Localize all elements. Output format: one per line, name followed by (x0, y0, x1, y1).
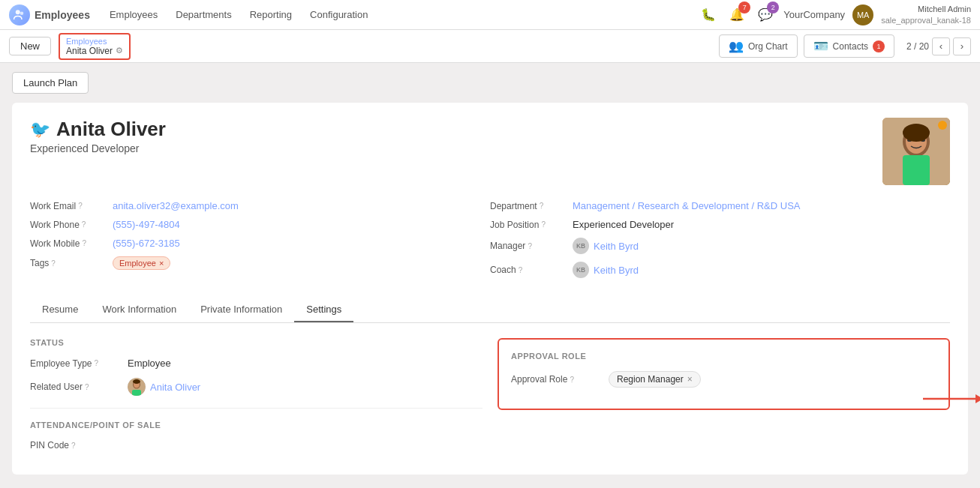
employee-name: 🐦 Anita Oliver (30, 118, 882, 141)
approval-role-value: Region Manager × (609, 371, 701, 388)
work-mobile-help[interactable]: ? (82, 239, 86, 247)
chat-btn[interactable]: 💬 2 (755, 4, 776, 25)
pin-code-field: PIN Code ? (30, 440, 482, 451)
job-position-value[interactable]: Experienced Developer (573, 219, 674, 230)
approval-role-field: Approval Role ? Region Manager × (511, 371, 936, 388)
related-user-help[interactable]: ? (85, 383, 89, 391)
employee-photo[interactable] (882, 118, 950, 185)
fields-grid: Work Email ? anita.oliver32@example.com … (30, 200, 950, 286)
related-user-svg (128, 378, 146, 396)
coach-label: Coach ? (490, 265, 573, 275)
chat-badge: 2 (767, 1, 779, 13)
breadcrumb-parent[interactable]: Employees (66, 37, 123, 46)
employee-name-area: 🐦 Anita Oliver Experienced Developer (30, 118, 882, 154)
manager-label: Manager ? (490, 241, 573, 251)
work-mobile-value[interactable]: (555)-672-3185 (113, 238, 180, 249)
contacts-badge: 1 (873, 40, 885, 52)
left-fields: Work Email ? anita.oliver32@example.com … (30, 200, 490, 286)
content-area: Launch Plan 🐦 Anita Oliver Experienced D… (0, 63, 980, 488)
divider (30, 408, 482, 409)
approval-box: APPROVAL ROLE Approval Role ? Region Man… (498, 338, 950, 410)
tags-row: Tags ? Employee × (30, 256, 490, 270)
nav-departments[interactable]: Departments (168, 4, 239, 25)
approval-tag-remove[interactable]: × (687, 374, 693, 385)
org-chart-icon: 👥 (729, 39, 744, 53)
work-phone-help[interactable]: ? (82, 220, 86, 229)
employee-name-text: Anita Oliver (56, 118, 166, 141)
notification-btn[interactable]: 🔔 7 (726, 4, 747, 25)
work-email-value[interactable]: anita.oliver32@example.com (113, 200, 239, 211)
related-user-field: Related User ? (30, 378, 482, 396)
tags-label: Tags ? (30, 258, 113, 268)
related-user-avatar (128, 378, 146, 396)
tabs-bar: Resume Work Information Private Informat… (30, 298, 950, 323)
approval-role-label: Approval Role ? (511, 374, 609, 385)
tab-settings-content: STATUS Employee Type ? Employee Related … (30, 323, 950, 460)
contacts-icon: 🪪 (813, 39, 828, 53)
employee-header: 🐦 Anita Oliver Experienced Developer (30, 118, 950, 185)
tab-private-information[interactable]: Private Information (188, 298, 294, 322)
related-user-label: Related User ? (30, 382, 128, 392)
approval-tag: Region Manager × (609, 371, 701, 388)
settings-grid: STATUS Employee Type ? Employee Related … (30, 338, 950, 460)
prev-page-btn[interactable]: ‹ (932, 37, 950, 55)
right-fields: Department ? Management / Research & Dev… (490, 200, 950, 286)
org-chart-btn[interactable]: 👥 Org Chart (719, 34, 798, 58)
new-button[interactable]: New (9, 37, 51, 55)
svg-rect-12 (132, 390, 141, 396)
attendance-section: ATTENDANCE/POINT OF SALE PIN Code ? (30, 421, 482, 451)
department-row: Department ? Management / Research & Dev… (490, 200, 950, 211)
tab-resume[interactable]: Resume (30, 298, 90, 322)
coach-help[interactable]: ? (519, 266, 523, 274)
coach-value: KB Keith Byrd (573, 262, 639, 278)
settings-gear-icon[interactable]: ⚙ (116, 46, 123, 55)
work-email-help[interactable]: ? (78, 202, 83, 210)
tab-work-information[interactable]: Work Information (90, 298, 188, 322)
approval-section: APPROVAL ROLE Approval Role ? Region Man… (498, 338, 950, 460)
app-logo[interactable]: Employees (9, 4, 90, 25)
work-phone-label: Work Phone ? (30, 220, 113, 230)
launch-plan-btn[interactable]: Launch Plan (12, 72, 89, 94)
nav-items: Employees Departments Reporting Configur… (102, 4, 698, 25)
svg-point-13 (133, 379, 140, 384)
pagination: 2 / 20 ‹ › (906, 37, 971, 55)
job-position-row: Job Position ? Experienced Developer (490, 219, 950, 230)
breadcrumb: Employees Anita Oliver ⚙ (59, 33, 131, 60)
status-title: STATUS (30, 338, 482, 347)
work-email-label: Work Email ? (30, 201, 113, 211)
job-position-label: Job Position ? (490, 220, 573, 230)
nav-configuration[interactable]: Configuration (302, 4, 375, 25)
user-name: Mitchell Admin (881, 4, 971, 14)
employee-tag: Employee × (113, 256, 170, 270)
status-dot (938, 121, 947, 130)
department-value[interactable]: Management / Research & Development / R&… (573, 200, 800, 211)
tab-settings[interactable]: Settings (294, 298, 353, 322)
job-position-help[interactable]: ? (541, 220, 546, 229)
department-label: Department ? (490, 201, 573, 211)
next-page-btn[interactable]: › (953, 37, 971, 55)
pin-code-help[interactable]: ? (71, 442, 76, 450)
contacts-label: Contacts (833, 41, 868, 52)
tags-help[interactable]: ? (51, 259, 56, 268)
nav-right: 🐛 🔔 7 💬 2 YourCompany MA Mitchell Admin … (698, 4, 971, 25)
manager-help[interactable]: ? (528, 242, 532, 250)
coach-avatar: KB (573, 262, 589, 278)
employee-type-value: Employee (128, 358, 171, 369)
svg-point-0 (16, 10, 20, 14)
manager-row: Manager ? KB Keith Byrd (490, 238, 950, 254)
contacts-btn[interactable]: 🪪 Contacts 1 (804, 34, 894, 58)
user-avatar[interactable]: MA (852, 4, 873, 25)
breadcrumb-bar: New Employees Anita Oliver ⚙ 👥 Org Chart… (0, 30, 980, 63)
arrow-svg (923, 390, 980, 408)
department-help[interactable]: ? (540, 202, 544, 210)
pagination-text: 2 / 20 (906, 41, 929, 52)
tag-remove[interactable]: × (159, 259, 164, 268)
coach-row: Coach ? KB Keith Byrd (490, 262, 950, 278)
approval-role-help[interactable]: ? (570, 376, 574, 384)
nav-reporting[interactable]: Reporting (242, 4, 299, 25)
work-phone-value[interactable]: (555)-497-4804 (113, 219, 180, 230)
bug-icon-btn[interactable]: 🐛 (698, 4, 719, 25)
employee-card: 🐦 Anita Oliver Experienced Developer (12, 103, 968, 475)
employee-type-help[interactable]: ? (95, 359, 99, 367)
nav-employees[interactable]: Employees (102, 4, 165, 25)
